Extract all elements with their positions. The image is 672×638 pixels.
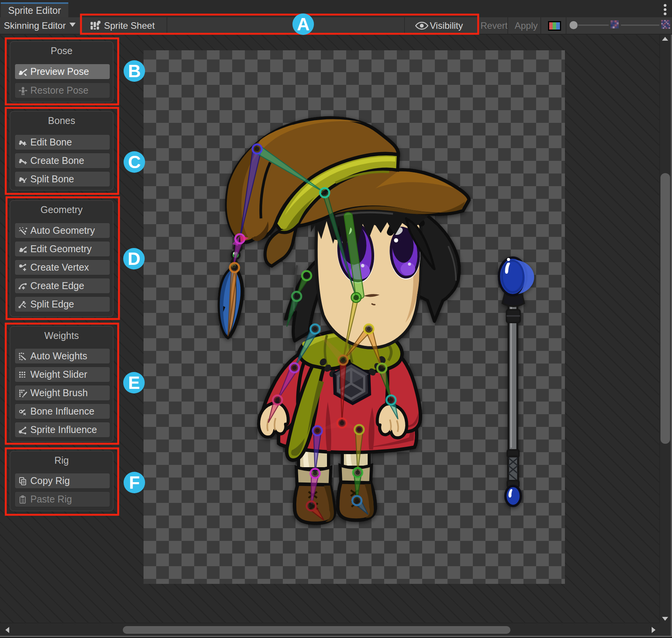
- svg-text:B: B: [128, 61, 140, 81]
- svg-text:A: A: [297, 14, 309, 34]
- svg-text:F: F: [129, 473, 140, 493]
- svg-text:C: C: [128, 152, 140, 172]
- svg-text:D: D: [127, 249, 140, 269]
- svg-text:E: E: [128, 373, 140, 393]
